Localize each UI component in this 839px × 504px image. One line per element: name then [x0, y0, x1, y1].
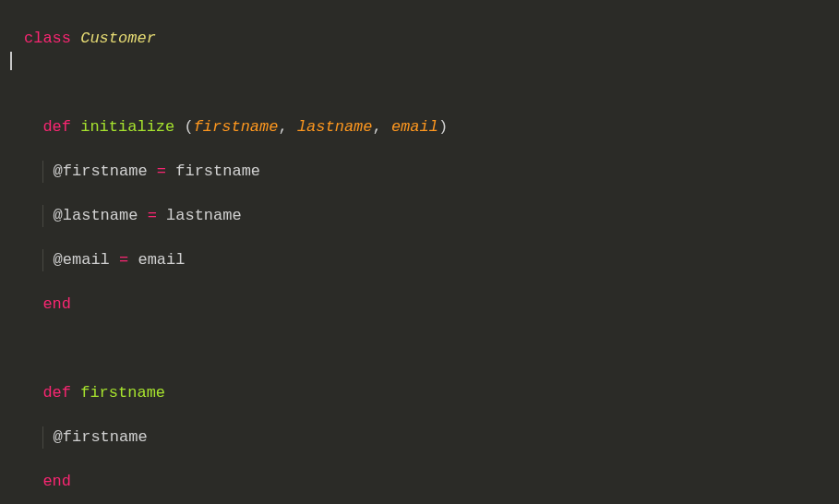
code-line[interactable] — [24, 338, 839, 360]
operator: = — [119, 251, 128, 269]
instance-var: @email — [54, 251, 110, 269]
code-line[interactable]: def initialize (firstname, lastname, ema… — [24, 116, 839, 138]
method-name: firstname — [80, 384, 165, 402]
code-line[interactable]: @email = email — [24, 249, 839, 271]
identifier: lastname — [166, 207, 242, 224]
identifier: email — [138, 251, 185, 269]
instance-var: @lastname — [54, 207, 138, 224]
code-line[interactable]: class Customer — [24, 28, 839, 50]
code-line[interactable]: @lastname = lastname — [24, 205, 839, 227]
code-line[interactable]: end — [24, 294, 839, 316]
keyword-end: end — [42, 295, 71, 313]
text-cursor — [10, 52, 12, 70]
operator: = — [148, 207, 157, 224]
code-line[interactable] — [24, 72, 839, 94]
instance-var: @firstname — [54, 162, 148, 180]
method-name: initialize — [80, 118, 174, 136]
indent-guide — [42, 426, 43, 449]
paren: ) — [438, 118, 448, 136]
code-line[interactable]: def firstname — [24, 382, 839, 404]
indent-guide — [42, 205, 43, 227]
indent-guide — [42, 249, 43, 271]
comma: , — [373, 118, 391, 136]
indent-guide — [42, 161, 43, 183]
param: lastname — [297, 118, 373, 136]
code-editor[interactable]: class Customer def initialize (firstname… — [0, 6, 839, 504]
class-name: Customer — [80, 30, 156, 47]
param: firstname — [194, 118, 279, 136]
paren: ( — [184, 118, 193, 136]
keyword-def: def — [42, 384, 71, 402]
identifier: firstname — [175, 162, 260, 180]
keyword-class: class — [24, 30, 71, 47]
param: email — [391, 118, 438, 136]
code-line[interactable]: end — [24, 471, 839, 493]
code-line[interactable]: @firstname — [24, 426, 839, 449]
keyword-end: end — [42, 473, 71, 490]
code-line[interactable]: @firstname = firstname — [24, 161, 839, 183]
instance-var: @firstname — [54, 428, 148, 446]
operator: = — [157, 162, 166, 180]
comma: , — [278, 118, 296, 136]
keyword-def: def — [42, 118, 71, 136]
